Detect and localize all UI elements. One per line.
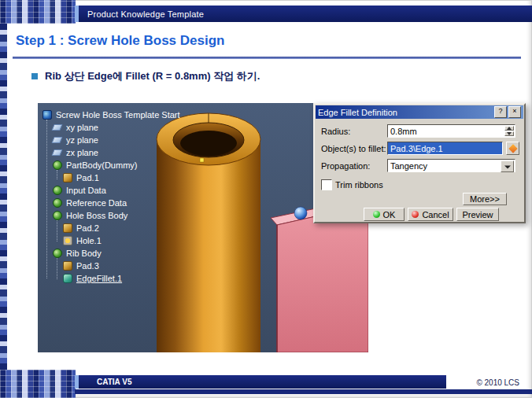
tree-item-reference-data[interactable]: Reference Data — [42, 197, 180, 209]
tree-item-label: yz plane — [66, 135, 98, 145]
bottom-border-decoration — [75, 389, 532, 394]
help-button[interactable]: ? — [494, 106, 507, 118]
footer-accent — [75, 375, 79, 389]
tree-item-label: Screw Hole Boss Template Start — [56, 110, 180, 120]
plane-icon — [51, 124, 62, 131]
more-button-label: More>> — [470, 194, 500, 204]
tree-item-label: PartBody(Dummy) — [66, 160, 137, 170]
preview-button[interactable]: Preview — [456, 208, 499, 221]
cancel-button-label: Cancel — [422, 210, 449, 219]
tree-item-edgefillet1[interactable]: EdgeFillet.1 — [42, 272, 180, 285]
tree-item-label: Pad.1 — [76, 173, 99, 182]
object-to-fillet-value: Pad.3\Edge.1 — [390, 144, 443, 153]
propagation-label: Propagation: — [321, 161, 370, 171]
ok-button[interactable]: OK — [364, 208, 405, 221]
spinner-up-icon[interactable] — [504, 126, 514, 131]
pointer-icon — [508, 144, 517, 153]
body-icon — [53, 249, 62, 258]
radius-label: Radius: — [321, 127, 350, 136]
plane-icon — [51, 149, 62, 156]
boss-hole — [180, 131, 237, 156]
dialog-titlebar[interactable]: Edge Fillet Definition ? × — [316, 105, 523, 119]
body-icon — [53, 211, 62, 220]
ok-ball-icon — [373, 211, 380, 218]
spec-tree: Screw Hole Boss Template Start xy plane … — [42, 109, 180, 285]
tree-item-rib-body[interactable]: Rib Body — [42, 247, 180, 260]
body-icon — [53, 186, 62, 195]
cancel-ball-icon — [412, 211, 419, 218]
tree-item-hole1[interactable]: Hole.1 — [42, 234, 180, 247]
chevron-down-icon[interactable] — [501, 160, 514, 172]
spinner-down-icon[interactable] — [504, 131, 514, 136]
tree-item-label: Input Data — [66, 186, 106, 195]
body-icon — [53, 198, 62, 208]
corner-decoration-bottom-left — [0, 370, 76, 398]
propagation-value: Tangency — [390, 161, 427, 171]
tree-item-root[interactable]: Screw Hole Boss Template Start — [42, 109, 180, 121]
tree-item-label: Reference Data — [66, 198, 127, 208]
radius-value: 0.8mm — [390, 127, 417, 136]
manipulator-sphere[interactable] — [294, 207, 307, 219]
hole-icon — [63, 236, 72, 245]
tree-item-label: Hole Boss Body — [66, 211, 127, 220]
pad-icon — [63, 173, 72, 182]
left-border-decoration — [0, 24, 7, 370]
propagation-select[interactable]: Tangency — [387, 159, 515, 172]
tree-connector — [46, 120, 47, 278]
header-bar: Product Knowledge Template — [75, 6, 532, 22]
plane-icon — [51, 137, 62, 143]
cancel-button[interactable]: Cancel — [408, 208, 453, 221]
pad-icon — [63, 223, 72, 233]
header-title: Product Knowledge Template — [87, 9, 204, 19]
tree-item-label: zx plane — [66, 148, 98, 157]
object-to-fillet-label: Object(s) to fillet: — [321, 144, 386, 153]
body-icon — [53, 160, 62, 170]
tree-item-label: Pad.3 — [76, 261, 99, 271]
ok-button-label: OK — [383, 210, 396, 219]
pad-icon — [63, 261, 72, 271]
bullet-icon — [31, 73, 38, 79]
tree-item-yz-plane[interactable]: yz plane — [42, 134, 180, 146]
object-to-fillet-field[interactable]: Pad.3\Edge.1 — [387, 142, 503, 155]
trim-ribbons-checkbox[interactable] — [321, 179, 332, 190]
part-icon — [42, 110, 52, 120]
tree-item-input-data[interactable]: Input Data — [42, 184, 180, 197]
page-title: Step 1 : Screw Hole Boss Design — [16, 33, 224, 49]
tree-item-label: Rib Body — [66, 249, 102, 258]
bullet-row: Rib 상단 Edge에 Fillet (R = 0.8mm) 작업 하기. — [31, 69, 260, 83]
tree-item-label: Hole.1 — [76, 236, 102, 245]
trim-ribbons-label: Trim ribbons — [335, 180, 383, 190]
tree-connector — [57, 258, 57, 279]
tree-item-zx-plane[interactable]: zx plane — [42, 146, 180, 159]
tree-item-pad1[interactable]: Pad.1 — [42, 171, 180, 184]
radius-spinner — [504, 126, 514, 136]
tree-item-label: Pad.2 — [76, 223, 99, 233]
tree-connector — [57, 220, 57, 241]
tree-item-hole-boss-body[interactable]: Hole Boss Body — [42, 209, 180, 222]
footer-product-label: CATIA V5 — [97, 378, 131, 386]
tree-item-pad3[interactable]: Pad.3 — [42, 260, 180, 272]
rib-plate-front-face[interactable] — [277, 205, 368, 352]
tree-item-label: EdgeFillet.1 — [76, 274, 122, 283]
tree-item-xy-plane[interactable]: xy plane — [42, 121, 180, 134]
selection-dialog-button[interactable] — [506, 142, 519, 155]
bullet-text: Rib 상단 Edge에 Fillet (R = 0.8mm) 작업 하기. — [45, 69, 260, 83]
more-button[interactable]: More>> — [463, 193, 507, 205]
dialog-title: Edge Fillet Definition — [318, 108, 493, 117]
tree-connector — [57, 170, 57, 179]
footer-bar: CATIA V5 — [75, 375, 446, 389]
copyright-text: © 2010 LCS — [476, 378, 519, 387]
slide: Product Knowledge Template Step 1 : Scre… — [0, 0, 532, 398]
tree-item-pad2[interactable]: Pad.2 — [42, 222, 180, 234]
edge-fillet-icon — [63, 274, 72, 283]
corner-decoration-top-left — [0, 0, 76, 24]
tree-item-partbody[interactable]: PartBody(Dummy) — [42, 159, 180, 171]
radius-input[interactable]: 0.8mm — [387, 124, 515, 138]
vertex-highlight-marker — [200, 158, 204, 162]
preview-button-label: Preview — [462, 210, 493, 219]
tree-item-label: xy plane — [66, 123, 98, 132]
header-accent — [75, 6, 79, 22]
edge-fillet-dialog: Edge Fillet Definition ? × Radius: 0.8mm… — [313, 103, 526, 223]
title-divider — [13, 57, 521, 59]
close-button[interactable]: × — [508, 106, 521, 118]
